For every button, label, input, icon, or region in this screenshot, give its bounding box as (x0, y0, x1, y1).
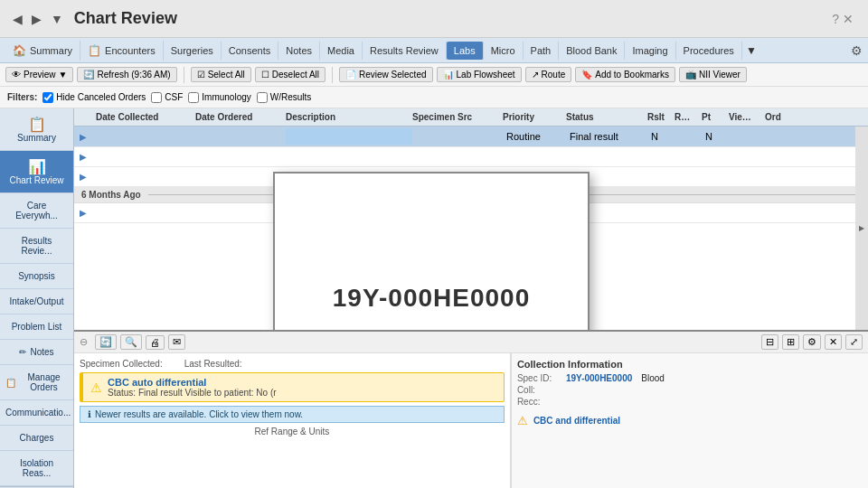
tab-notes[interactable]: Notes (278, 42, 320, 60)
detail-search-button[interactable]: 🔍 (120, 334, 142, 350)
date-collected-header: Date Collected (92, 112, 192, 122)
specimen-collected-label: Specimen Collected: (80, 359, 163, 369)
detail-close-button[interactable]: ✕ (825, 334, 842, 350)
tab-more-icon[interactable]: ▼ (746, 44, 757, 57)
wresults-checkbox[interactable] (257, 92, 268, 103)
cbc-diff-label: CBC and differential (533, 416, 620, 426)
nav-down-icon[interactable]: ▼ (47, 10, 67, 28)
tab-consents[interactable]: Consents (222, 42, 278, 60)
tab-surgeries[interactable]: Surgeries (164, 42, 222, 60)
tab-blood-bank[interactable]: Blood Bank (559, 42, 625, 60)
scroll-right-indicator[interactable]: ▶ (855, 127, 868, 330)
status-header: Status (562, 112, 644, 122)
sidebar-item-summary[interactable]: 📋 Summary (0, 108, 73, 151)
cbc-diff-row: ⚠ CBC and differential (517, 414, 863, 427)
sidebar-item-chart-review[interactable]: 📊 Chart Review (0, 151, 73, 193)
tab-procedures[interactable]: Procedures (676, 42, 742, 60)
priority-header: Priority (499, 112, 562, 122)
blood-type-label: Blood (641, 373, 665, 383)
detail-content: Specimen Collected: Last Resulted: ⚠ CBC… (74, 353, 868, 488)
page-title: Chart Review (74, 9, 832, 28)
flowsheet-icon: 📊 (443, 70, 454, 80)
immunology-checkbox[interactable] (188, 92, 199, 103)
content-area: Date Collected Date Ordered Description … (74, 108, 868, 488)
immunology-filter[interactable]: Immunology (188, 92, 250, 103)
tab-path-label: Path (531, 45, 552, 56)
review-selected-button[interactable]: 📄 Review Selected (339, 67, 432, 82)
detail-right-panel: Collection Information Spec ID: 19Y-000H… (511, 353, 868, 488)
alert-icon: ⚠ (90, 380, 102, 395)
detail-toolbar: ⊖ 🔄 🔍 🖨 ✉ ⊟ ⊞ ⚙ ✕ ⤢ (74, 332, 868, 353)
route-button[interactable]: ↗ Route (525, 67, 572, 82)
sidebar-item-manage-orders[interactable]: 📋 Manage Orders (0, 365, 73, 400)
sidebar-item-problem-list[interactable]: Problem List (0, 314, 73, 340)
tab-labs-label: Labs (454, 45, 476, 56)
detail-print-button[interactable]: 🖨 (146, 335, 165, 350)
sidebar-item-isolation[interactable]: Isolation Reas... (0, 451, 73, 486)
table-row[interactable]: ▶ (74, 147, 868, 167)
tab-summary-label: Summary (30, 45, 72, 56)
encounters-tab-icon: 📋 (88, 44, 101, 57)
preview-icon: 👁 (12, 70, 21, 80)
detail-layout-button-2[interactable]: ⊞ (782, 334, 799, 350)
settings-icon[interactable]: ⚙ (851, 43, 863, 58)
csf-filter[interactable]: CSF (151, 92, 183, 103)
info-icon: ℹ (88, 409, 91, 419)
detail-mail-button[interactable]: ✉ (168, 334, 185, 350)
tab-media[interactable]: Media (320, 42, 363, 60)
sidebar-item-charges[interactable]: Charges (0, 426, 73, 451)
tab-path[interactable]: Path (524, 42, 560, 60)
nii-viewer-button[interactable]: 📺 NII Viewer (679, 67, 747, 82)
section-label: 6 Months Ago (81, 190, 141, 200)
filter-row: Filters: Hide Canceled Orders CSF Immuno… (0, 87, 868, 108)
detail-settings-button[interactable]: ⚙ (803, 334, 821, 350)
sidebar-item-care-everywhere[interactable]: Care Everywh... (0, 193, 73, 229)
tab-results-review[interactable]: Results Review (363, 42, 447, 60)
nav-arrows[interactable]: ◀ ▶ ▼ (9, 10, 67, 28)
sidebar-item-communications[interactable]: Communicatio... (0, 400, 73, 426)
tab-summary[interactable]: 🏠 Summary (5, 41, 80, 61)
detail-expand-button[interactable]: ⤢ (845, 334, 863, 350)
cbc-alert-icon: ⚠ (517, 414, 528, 427)
nav-back-icon[interactable]: ◀ (9, 10, 26, 28)
tab-blood-bank-label: Blood Bank (566, 45, 617, 56)
detail-layout-button-1[interactable]: ⊟ (761, 334, 778, 350)
pt-header: Pt (698, 112, 725, 122)
tab-bar: 🏠 Summary 📋 Encounters Surgeries Consent… (0, 38, 868, 63)
lab-flowsheet-button[interactable]: 📊 Lab Flowsheet (437, 67, 522, 82)
newer-results-banner[interactable]: ℹ Newer results are available. Click to … (80, 406, 505, 423)
select-all-button[interactable]: ☑ Select All (191, 67, 251, 82)
table-row[interactable]: ▶ Routine Final result N N (74, 127, 868, 147)
wresults-filter[interactable]: W/Results (257, 92, 312, 103)
hide-canceled-checkbox[interactable] (42, 92, 53, 103)
help-icon[interactable]: ? ✕ (832, 12, 854, 26)
select-all-icon: ☑ (197, 70, 205, 80)
sidebar-item-notes[interactable]: ✏ Notes (0, 340, 73, 365)
collection-title: Collection Information (517, 359, 863, 370)
sidebar-item-intake-output[interactable]: Intake/Output (0, 289, 73, 314)
tab-labs[interactable]: Labs (447, 42, 484, 60)
csf-checkbox[interactable] (151, 92, 162, 103)
toolbar-separator-2 (332, 67, 333, 83)
preview-button[interactable]: 👁 Preview ▼ (5, 67, 73, 82)
sidebar-item-results-review[interactable]: Results Revie... (0, 229, 73, 264)
tab-micro-label: Micro (491, 45, 515, 56)
tab-imaging[interactable]: Imaging (625, 42, 675, 60)
tab-procedures-label: Procedures (684, 45, 734, 56)
sidebar-item-synopsis[interactable]: Synopsis (0, 264, 73, 289)
row-flag-icon: ▶ (80, 152, 92, 162)
tab-encounters[interactable]: 📋 Encounters (80, 41, 164, 61)
nav-forward-icon[interactable]: ▶ (28, 10, 45, 28)
bookmarks-button[interactable]: 🔖 Add to Bookmarks (575, 67, 675, 82)
banner-text: Newer results are available. Click to vi… (95, 409, 303, 419)
preview-dropdown-icon: ▼ (59, 70, 68, 80)
tab-micro[interactable]: Micro (484, 42, 524, 60)
hide-canceled-filter[interactable]: Hide Canceled Orders (42, 92, 146, 103)
chart-review-icon: 📊 (5, 158, 68, 175)
detail-panel: ⊖ 🔄 🔍 🖨 ✉ ⊟ ⊞ ⚙ ✕ ⤢ Specimen (74, 330, 868, 488)
detail-refresh-button[interactable]: 🔄 (95, 334, 117, 350)
refresh-button[interactable]: 🔄 Refresh (9:36 AM) (77, 67, 176, 82)
deselect-all-button[interactable]: ☐ Deselect All (255, 67, 326, 82)
recc-row: Recc: (517, 397, 863, 407)
summary-icon: 📋 (5, 116, 68, 133)
